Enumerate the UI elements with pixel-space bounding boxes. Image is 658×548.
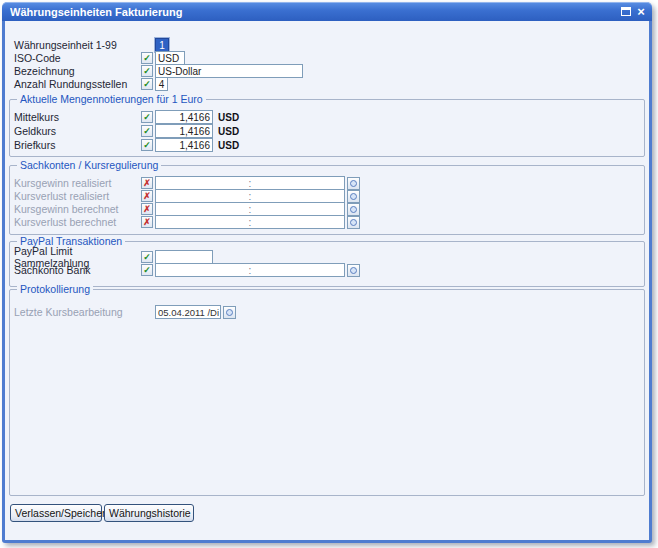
group-rates-title: Aktuelle Mengennotierungen für 1 Euro (17, 93, 206, 105)
group-log: Protokollierung (9, 289, 645, 496)
name-input[interactable]: US-Dollar (155, 64, 303, 78)
form-row-briefkurs: Briefkurs ✓ 1,4166 USD (14, 138, 239, 152)
name-label: Bezeichnung (14, 65, 141, 77)
account-lookup-button[interactable] (347, 177, 360, 190)
check-icon[interactable]: ✓ (141, 264, 153, 276)
form-row-kursverlust-berechnet: Kursverlust berechnet ✗ : (14, 215, 360, 229)
check-icon[interactable]: ✓ (141, 125, 153, 137)
briefkurs-input[interactable]: 1,4166 (155, 138, 213, 152)
form-row-mittelkurs: Mittelkurs ✓ 1,4166 USD (14, 110, 239, 124)
kursverlust-berechnet-label: Kursverlust berechnet (14, 216, 141, 228)
lookup-icon (350, 193, 357, 200)
save-exit-button[interactable]: Verlassen/Speichern (10, 504, 102, 522)
check-icon[interactable]: ✓ (141, 251, 153, 263)
form-row-kursverlust-realisiert: Kursverlust realisiert ✗ : (14, 189, 360, 203)
lookup-icon (350, 206, 357, 213)
form-row-kursgewinn-berechnet: Kursgewinn berechnet ✗ : (14, 202, 360, 216)
iso-label: ISO-Code (14, 52, 141, 64)
close-icon[interactable]: × (635, 5, 647, 18)
currency-history-button[interactable]: Währungshistorie (104, 504, 194, 522)
briefkurs-currency: USD (218, 140, 239, 151)
mittelkurs-input[interactable]: 1,4166 (155, 110, 213, 124)
unit-input[interactable]: 1 (155, 38, 169, 52)
window-title: Währungseinheiten Fakturierung (10, 6, 621, 18)
kursverlust-berechnet-input[interactable]: : (155, 215, 345, 229)
last-edit-label: Letzte Kursbearbeitung (14, 306, 141, 318)
kursgewinn-realisiert-label: Kursgewinn realisiert (14, 177, 141, 189)
iso-input[interactable]: USD (155, 51, 185, 65)
check-icon[interactable]: ✓ (141, 139, 153, 151)
spinner-icon (226, 309, 233, 316)
form-row-name: Bezeichnung ✓ US-Dollar (14, 64, 303, 78)
kursgewinn-berechnet-input[interactable]: : (155, 202, 345, 216)
titlebar-buttons: × (621, 5, 647, 18)
app-window: Währungseinheiten Fakturierung × Währung… (2, 2, 652, 543)
briefkurs-label: Briefkurs (14, 139, 141, 151)
mittelkurs-currency: USD (218, 112, 239, 123)
last-edit-input[interactable]: 05.04.2011 /Di (155, 305, 221, 319)
restore-icon[interactable] (621, 7, 631, 16)
cross-icon[interactable]: ✗ (141, 216, 153, 228)
form-row-geldkurs: Geldkurs ✓ 1,4166 USD (14, 124, 239, 138)
geldkurs-input[interactable]: 1,4166 (155, 124, 213, 138)
account-lookup-button[interactable] (347, 216, 360, 229)
mittelkurs-label: Mittelkurs (14, 111, 141, 123)
account-lookup-button[interactable] (347, 264, 360, 277)
unit-label: Währungseinheit 1-99 (14, 39, 141, 51)
sachkonto-bank-label: Sachkonto Bank (14, 264, 141, 276)
lookup-icon (350, 180, 357, 187)
account-lookup-button[interactable] (347, 203, 360, 216)
form-row-iso: ISO-Code ✓ USD (14, 51, 185, 65)
cross-icon[interactable]: ✗ (141, 203, 153, 215)
check-icon[interactable]: ✓ (141, 111, 153, 123)
kursverlust-realisiert-label: Kursverlust realisiert (14, 190, 141, 202)
geldkurs-currency: USD (218, 126, 239, 137)
cross-icon[interactable]: ✗ (141, 177, 153, 189)
form-row-unit: Währungseinheit 1-99 1 (14, 38, 169, 52)
kursverlust-realisiert-input[interactable]: : (155, 189, 345, 203)
titlebar[interactable]: Währungseinheiten Fakturierung × (2, 2, 652, 21)
account-lookup-button[interactable] (347, 190, 360, 203)
group-log-title: Protokollierung (17, 283, 93, 295)
rounding-input[interactable]: 4 (155, 77, 168, 91)
form-row-last-edit: Letzte Kursbearbeitung 05.04.2011 /Di (14, 305, 236, 319)
kursgewinn-realisiert-input[interactable]: : (155, 176, 345, 190)
sachkonto-bank-input[interactable]: : (155, 263, 345, 277)
check-icon[interactable]: ✓ (141, 52, 153, 64)
form-row-paypal-limit: PayPal Limit Sammelzahlung ✓ (14, 250, 213, 264)
form-row-rounding: Anzahl Rundungsstellen ✓ 4 (14, 77, 168, 91)
form-row-sachkonto-bank: Sachkonto Bank ✓ : (14, 263, 360, 277)
date-spinner-button[interactable] (223, 306, 236, 319)
lookup-icon (350, 219, 357, 226)
form-row-kursgewinn-realisiert: Kursgewinn realisiert ✗ : (14, 176, 360, 190)
paypal-limit-input[interactable] (155, 250, 213, 264)
geldkurs-label: Geldkurs (14, 125, 141, 137)
rounding-label: Anzahl Rundungsstellen (14, 78, 141, 90)
cross-icon[interactable]: ✗ (141, 190, 153, 202)
lookup-icon (350, 267, 357, 274)
form-area: Währungseinheit 1-99 1 ISO-Code ✓ USD Be… (5, 21, 649, 540)
group-accounts-title: Sachkonten / Kursregulierung (17, 159, 161, 171)
check-icon[interactable]: ✓ (141, 78, 153, 90)
kursgewinn-berechnet-label: Kursgewinn berechnet (14, 203, 141, 215)
check-icon[interactable]: ✓ (141, 65, 153, 77)
